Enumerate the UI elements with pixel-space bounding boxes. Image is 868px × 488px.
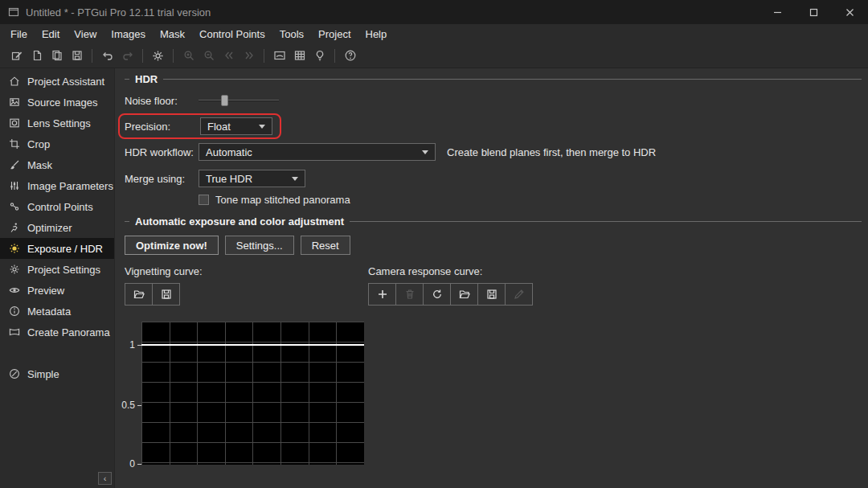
menu-item-view[interactable]: View — [67, 26, 104, 43]
slider-track — [199, 100, 279, 101]
slider-thumb[interactable] — [221, 95, 228, 106]
undo-button[interactable] — [97, 46, 117, 66]
section-line — [163, 79, 862, 80]
open-folder-icon — [458, 288, 471, 301]
section-line — [125, 221, 129, 222]
next-image-icon — [243, 49, 256, 62]
hdr-workflow-dropdown[interactable]: Automatic — [199, 143, 436, 161]
image-icon — [9, 96, 20, 108]
vignetting-open-button[interactable] — [125, 283, 153, 306]
lightbulb-button[interactable] — [309, 46, 330, 66]
sun-icon — [9, 243, 20, 254]
sidebar-collapse-button[interactable]: ‹ — [98, 472, 112, 485]
sidebar-item-control-points[interactable]: Control Points — [0, 196, 114, 217]
zoom-in-button[interactable] — [178, 46, 199, 66]
info-icon — [9, 306, 20, 317]
menu-item-images[interactable]: Images — [104, 26, 153, 43]
noise-floor-slider[interactable] — [199, 94, 279, 107]
sidebar-item-label: Project Assistant — [27, 76, 104, 88]
vignetting-save-button[interactable] — [152, 283, 180, 306]
app-icon — [8, 6, 19, 18]
camera-response-reload-button[interactable] — [423, 283, 451, 306]
camera-response-edit-button[interactable] — [505, 283, 533, 306]
sidebar-item-label: Image Parameters — [27, 180, 113, 192]
camera-response-delete-button[interactable] — [395, 283, 424, 306]
edit-button[interactable] — [6, 46, 27, 66]
sidebar-item-optimizer[interactable]: Optimizer — [0, 217, 114, 238]
sidebar-item-mask[interactable]: Mask — [0, 154, 114, 175]
panorama-editor-button[interactable] — [269, 46, 289, 66]
camera-response-open-button[interactable] — [450, 283, 478, 306]
sidebar-gap — [0, 342, 114, 363]
previous-image-icon — [223, 49, 235, 62]
zoom-out-button[interactable] — [199, 46, 219, 66]
menu-item-tools[interactable]: Tools — [272, 26, 311, 43]
copy-pages-icon — [51, 49, 63, 62]
vignetting-curve-chart: 1 0.5 0 — [141, 322, 364, 465]
sidebar-item-project-assistant[interactable]: Project Assistant — [0, 71, 114, 92]
settings-button[interactable]: Settings... — [225, 236, 294, 255]
menu-item-control-points[interactable]: Control Points — [192, 26, 272, 43]
help-button[interactable] — [340, 46, 360, 66]
auto-adjust-section-title: Automatic exposure and color adjustment — [135, 215, 344, 228]
menu-item-edit[interactable]: Edit — [35, 26, 67, 43]
menu-item-help[interactable]: Help — [358, 26, 395, 43]
optimize-now-button[interactable]: Optimize now! — [125, 236, 219, 255]
sidebar-item-project-settings[interactable]: Project Settings — [0, 259, 114, 280]
menu-item-project[interactable]: Project — [311, 26, 358, 43]
auto-adjust-section-header: Automatic exposure and color adjustment — [125, 215, 862, 228]
minimize-icon — [773, 8, 782, 17]
menu-item-file[interactable]: File — [3, 26, 35, 43]
brush-icon — [9, 159, 20, 170]
sidebar-item-crop[interactable]: Crop — [0, 133, 114, 154]
curve-plot-area — [141, 322, 364, 465]
sidebar-item-image-parameters[interactable]: Image Parameters — [0, 175, 114, 196]
maximize-icon — [809, 8, 818, 17]
sidebar-item-exposure-hdr[interactable]: Exposure / HDR — [0, 238, 114, 259]
next-image-button[interactable] — [239, 46, 259, 66]
sidebar-item-create-panorama[interactable]: Create Panorama — [0, 322, 114, 342]
precision-highlight-annotation: Precision: Float — [118, 113, 281, 139]
previous-image-button[interactable] — [219, 46, 239, 66]
app-window: Untitled * - PTGui Pro 12.11 trial versi… — [0, 0, 868, 488]
merge-using-dropdown[interactable]: True HDR — [199, 170, 305, 187]
save-button[interactable] — [67, 46, 87, 66]
toolbar — [0, 43, 868, 68]
minimize-button[interactable] — [760, 0, 796, 24]
sidebar-item-simple[interactable]: Simple — [0, 363, 114, 384]
sidebar-item-lens-settings[interactable]: Lens Settings — [0, 113, 114, 133]
camera-response-save-button[interactable] — [477, 283, 506, 306]
detail-grid-button[interactable] — [289, 46, 309, 66]
toolbar-separator — [334, 49, 335, 63]
reset-button[interactable]: Reset — [301, 236, 350, 255]
detail-grid-icon — [293, 49, 306, 62]
camera-response-add-button[interactable] — [368, 283, 396, 306]
title-bar: Untitled * - PTGui Pro 12.11 trial versi… — [0, 0, 868, 24]
camera-response-curve-label: Camera response curve: — [368, 265, 532, 277]
sidebar-item-label: Create Panorama — [27, 326, 110, 338]
sidebar-item-source-images[interactable]: Source Images — [0, 92, 114, 113]
toolbar-separator — [92, 49, 92, 63]
close-button[interactable] — [832, 0, 868, 24]
merge-using-row: Merge using: True HDR — [125, 170, 862, 187]
y-axis-tick-label: 0 — [129, 458, 135, 470]
hdr-section-title: HDR — [135, 73, 158, 85]
sidebar-item-preview[interactable]: Preview — [0, 280, 114, 301]
tone-map-checkbox[interactable] — [199, 195, 209, 205]
sidebar-item-label: Exposure / HDR — [27, 243, 103, 255]
save-icon — [71, 49, 84, 62]
merge-using-value: True HDR — [206, 173, 252, 185]
lightbulb-icon — [313, 49, 326, 62]
home-icon — [9, 76, 20, 87]
redo-button[interactable] — [117, 46, 137, 66]
sidebar: Project Assistant Source Images Lens Set… — [0, 68, 115, 488]
menu-item-mask[interactable]: Mask — [153, 26, 192, 43]
maximize-button[interactable] — [796, 0, 832, 24]
sidebar-item-metadata[interactable]: Metadata — [0, 301, 114, 322]
copy-pages-button[interactable] — [47, 46, 67, 66]
settings-gear-button[interactable] — [148, 46, 168, 66]
new-page-button[interactable] — [27, 46, 47, 66]
precision-dropdown[interactable]: Float — [200, 117, 272, 135]
section-line — [350, 221, 862, 222]
hdr-workflow-label: HDR workflow: — [125, 146, 199, 158]
